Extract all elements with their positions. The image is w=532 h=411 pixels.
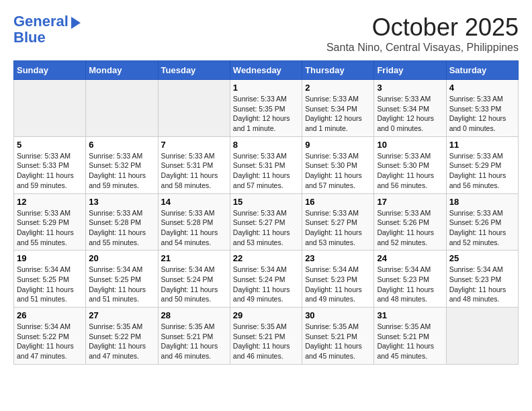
col-header-thursday: Thursday <box>302 61 374 80</box>
calendar-cell: 23Sunrise: 5:34 AM Sunset: 5:23 PM Dayli… <box>302 250 374 308</box>
day-number: 30 <box>305 310 371 320</box>
day-number: 10 <box>377 140 443 150</box>
col-header-monday: Monday <box>86 61 158 80</box>
day-info: Sunrise: 5:33 AM Sunset: 5:34 PM Dayligh… <box>305 94 371 134</box>
title-block: October 2025 Santa Nino, Central Visayas… <box>326 13 519 54</box>
day-info: Sunrise: 5:34 AM Sunset: 5:23 PM Dayligh… <box>449 265 515 304</box>
calendar-week-row: 1Sunrise: 5:33 AM Sunset: 5:35 PM Daylig… <box>14 80 519 137</box>
day-number: 29 <box>233 310 299 320</box>
calendar-cell: 21Sunrise: 5:34 AM Sunset: 5:24 PM Dayli… <box>158 250 230 308</box>
calendar-cell: 9Sunrise: 5:33 AM Sunset: 5:30 PM Daylig… <box>302 136 374 193</box>
logo-blue: Blue <box>13 30 81 46</box>
calendar-cell: 27Sunrise: 5:35 AM Sunset: 5:22 PM Dayli… <box>86 308 158 365</box>
calendar-cell: 4Sunrise: 5:33 AM Sunset: 5:33 PM Daylig… <box>446 80 518 137</box>
calendar-cell <box>446 308 518 365</box>
day-info: Sunrise: 5:35 AM Sunset: 5:21 PM Dayligh… <box>233 322 299 361</box>
day-info: Sunrise: 5:33 AM Sunset: 5:31 PM Dayligh… <box>161 151 227 191</box>
col-header-sunday: Sunday <box>14 61 86 80</box>
calendar-cell: 31Sunrise: 5:35 AM Sunset: 5:21 PM Dayli… <box>374 308 446 365</box>
calendar-cell: 11Sunrise: 5:33 AM Sunset: 5:29 PM Dayli… <box>446 136 518 193</box>
day-number: 7 <box>161 140 227 150</box>
day-info: Sunrise: 5:34 AM Sunset: 5:22 PM Dayligh… <box>17 322 83 361</box>
calendar-week-row: 19Sunrise: 5:34 AM Sunset: 5:25 PM Dayli… <box>14 250 519 308</box>
calendar-cell: 26Sunrise: 5:34 AM Sunset: 5:22 PM Dayli… <box>14 308 86 365</box>
day-number: 23 <box>305 253 371 263</box>
col-header-tuesday: Tuesday <box>158 61 230 80</box>
calendar-cell: 28Sunrise: 5:35 AM Sunset: 5:21 PM Dayli… <box>158 308 230 365</box>
calendar-cell: 15Sunrise: 5:33 AM Sunset: 5:27 PM Dayli… <box>230 193 302 250</box>
calendar-cell: 18Sunrise: 5:33 AM Sunset: 5:26 PM Dayli… <box>446 193 518 250</box>
day-info: Sunrise: 5:33 AM Sunset: 5:31 PM Dayligh… <box>233 151 299 191</box>
day-info: Sunrise: 5:33 AM Sunset: 5:27 PM Dayligh… <box>233 208 299 248</box>
day-info: Sunrise: 5:35 AM Sunset: 5:21 PM Dayligh… <box>161 322 227 361</box>
day-number: 18 <box>449 197 515 207</box>
calendar-week-row: 26Sunrise: 5:34 AM Sunset: 5:22 PM Dayli… <box>14 308 519 365</box>
calendar-body: 1Sunrise: 5:33 AM Sunset: 5:35 PM Daylig… <box>14 80 519 365</box>
calendar-cell: 7Sunrise: 5:33 AM Sunset: 5:31 PM Daylig… <box>158 136 230 193</box>
calendar-cell <box>86 80 158 137</box>
calendar-cell: 19Sunrise: 5:34 AM Sunset: 5:25 PM Dayli… <box>14 250 86 308</box>
day-number: 25 <box>449 253 515 263</box>
logo-arrow-icon <box>71 17 81 29</box>
day-number: 2 <box>305 83 371 93</box>
day-info: Sunrise: 5:35 AM Sunset: 5:21 PM Dayligh… <box>305 322 371 361</box>
logo-general: General <box>13 13 69 30</box>
day-info: Sunrise: 5:34 AM Sunset: 5:24 PM Dayligh… <box>233 265 299 304</box>
calendar-cell: 29Sunrise: 5:35 AM Sunset: 5:21 PM Dayli… <box>230 308 302 365</box>
day-info: Sunrise: 5:34 AM Sunset: 5:23 PM Dayligh… <box>305 265 371 304</box>
day-info: Sunrise: 5:33 AM Sunset: 5:33 PM Dayligh… <box>17 151 83 191</box>
day-info: Sunrise: 5:33 AM Sunset: 5:32 PM Dayligh… <box>89 151 154 191</box>
day-info: Sunrise: 5:35 AM Sunset: 5:21 PM Dayligh… <box>377 322 443 361</box>
day-number: 26 <box>17 310 83 320</box>
day-number: 1 <box>233 83 299 93</box>
day-number: 9 <box>305 140 371 150</box>
calendar-cell: 14Sunrise: 5:33 AM Sunset: 5:28 PM Dayli… <box>158 193 230 250</box>
calendar-cell: 12Sunrise: 5:33 AM Sunset: 5:29 PM Dayli… <box>14 193 86 250</box>
day-number: 14 <box>161 197 227 207</box>
calendar-week-row: 12Sunrise: 5:33 AM Sunset: 5:29 PM Dayli… <box>14 193 519 250</box>
calendar-week-row: 5Sunrise: 5:33 AM Sunset: 5:33 PM Daylig… <box>14 136 519 193</box>
day-info: Sunrise: 5:33 AM Sunset: 5:27 PM Dayligh… <box>305 208 371 248</box>
day-info: Sunrise: 5:33 AM Sunset: 5:29 PM Dayligh… <box>17 208 83 248</box>
day-number: 13 <box>89 197 154 207</box>
col-header-wednesday: Wednesday <box>230 61 302 80</box>
calendar-cell: 22Sunrise: 5:34 AM Sunset: 5:24 PM Dayli… <box>230 250 302 308</box>
day-info: Sunrise: 5:34 AM Sunset: 5:23 PM Dayligh… <box>377 265 443 304</box>
day-number: 20 <box>89 253 154 263</box>
day-number: 5 <box>17 140 83 150</box>
day-number: 17 <box>377 197 443 207</box>
day-info: Sunrise: 5:33 AM Sunset: 5:33 PM Dayligh… <box>449 94 515 134</box>
day-info: Sunrise: 5:33 AM Sunset: 5:29 PM Dayligh… <box>449 151 515 191</box>
day-number: 16 <box>305 197 371 207</box>
day-number: 27 <box>89 310 154 320</box>
day-number: 3 <box>377 83 443 93</box>
calendar-cell: 6Sunrise: 5:33 AM Sunset: 5:32 PM Daylig… <box>86 136 158 193</box>
month-title: October 2025 <box>326 13 519 42</box>
day-number: 15 <box>233 197 299 207</box>
calendar-cell: 20Sunrise: 5:34 AM Sunset: 5:25 PM Dayli… <box>86 250 158 308</box>
col-header-friday: Friday <box>374 61 446 80</box>
logo: General Blue <box>13 13 81 46</box>
day-number: 8 <box>233 140 299 150</box>
day-info: Sunrise: 5:33 AM Sunset: 5:35 PM Dayligh… <box>233 94 299 134</box>
calendar-cell: 5Sunrise: 5:33 AM Sunset: 5:33 PM Daylig… <box>14 136 86 193</box>
day-info: Sunrise: 5:33 AM Sunset: 5:26 PM Dayligh… <box>449 208 515 248</box>
calendar-cell: 13Sunrise: 5:33 AM Sunset: 5:28 PM Dayli… <box>86 193 158 250</box>
logo-text: General <box>13 13 69 30</box>
calendar-cell: 2Sunrise: 5:33 AM Sunset: 5:34 PM Daylig… <box>302 80 374 137</box>
day-number: 4 <box>449 83 515 93</box>
day-number: 12 <box>17 197 83 207</box>
day-info: Sunrise: 5:33 AM Sunset: 5:26 PM Dayligh… <box>377 208 443 248</box>
day-info: Sunrise: 5:33 AM Sunset: 5:28 PM Dayligh… <box>89 208 154 248</box>
day-number: 22 <box>233 253 299 263</box>
day-info: Sunrise: 5:34 AM Sunset: 5:25 PM Dayligh… <box>17 265 83 304</box>
location-subtitle: Santa Nino, Central Visayas, Philippines <box>326 42 519 54</box>
day-number: 19 <box>17 253 83 263</box>
day-number: 6 <box>89 140 154 150</box>
calendar-cell: 3Sunrise: 5:33 AM Sunset: 5:34 PM Daylig… <box>374 80 446 137</box>
calendar-cell: 16Sunrise: 5:33 AM Sunset: 5:27 PM Dayli… <box>302 193 374 250</box>
calendar-cell: 1Sunrise: 5:33 AM Sunset: 5:35 PM Daylig… <box>230 80 302 137</box>
day-info: Sunrise: 5:33 AM Sunset: 5:30 PM Dayligh… <box>305 151 371 191</box>
day-number: 11 <box>449 140 515 150</box>
day-info: Sunrise: 5:33 AM Sunset: 5:34 PM Dayligh… <box>377 94 443 134</box>
